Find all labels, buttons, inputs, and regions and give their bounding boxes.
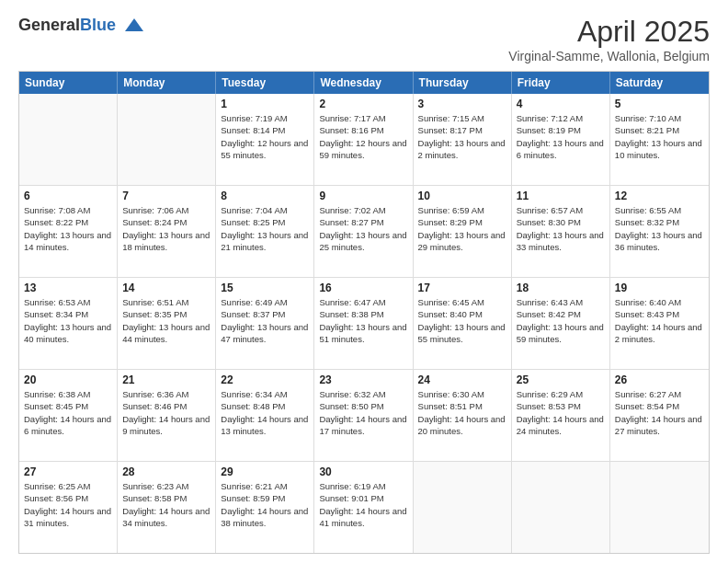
day-info: Sunrise: 6:59 AM Sunset: 8:29 PM Dayligh… [418, 204, 506, 253]
calendar-cell: 8Sunrise: 7:04 AM Sunset: 8:25 PM Daylig… [216, 186, 314, 277]
calendar-row: 13Sunrise: 6:53 AM Sunset: 8:34 PM Dayli… [19, 277, 709, 369]
calendar-cell: 19Sunrise: 6:40 AM Sunset: 8:43 PM Dayli… [610, 278, 709, 369]
day-number: 1 [221, 98, 309, 110]
day-number: 9 [319, 190, 407, 202]
day-info: Sunrise: 6:21 AM Sunset: 8:59 PM Dayligh… [221, 480, 309, 529]
calendar-header: SundayMondayTuesdayWednesdayThursdayFrid… [19, 72, 709, 94]
day-number: 3 [418, 98, 506, 110]
calendar-body: 1Sunrise: 7:19 AM Sunset: 8:14 PM Daylig… [19, 94, 709, 553]
calendar-cell: 18Sunrise: 6:43 AM Sunset: 8:42 PM Dayli… [512, 278, 610, 369]
calendar-cell: 25Sunrise: 6:29 AM Sunset: 8:53 PM Dayli… [512, 370, 610, 461]
calendar-cell: 5Sunrise: 7:10 AM Sunset: 8:21 PM Daylig… [610, 94, 709, 185]
day-number: 21 [122, 373, 210, 386]
logo-blue-text: Blue [80, 16, 116, 34]
day-number: 17 [418, 282, 506, 294]
calendar-row: 6Sunrise: 7:08 AM Sunset: 8:22 PM Daylig… [19, 185, 709, 277]
calendar-cell: 12Sunrise: 6:55 AM Sunset: 8:32 PM Dayli… [610, 186, 709, 277]
day-info: Sunrise: 6:38 AM Sunset: 8:45 PM Dayligh… [24, 388, 112, 437]
day-number: 28 [122, 465, 210, 478]
day-number: 22 [221, 373, 309, 386]
calendar-cell [512, 462, 610, 553]
day-number: 19 [615, 282, 704, 294]
calendar-cell: 29Sunrise: 6:21 AM Sunset: 8:59 PM Dayli… [216, 462, 314, 553]
day-info: Sunrise: 6:49 AM Sunset: 8:37 PM Dayligh… [221, 296, 309, 345]
day-number: 14 [122, 282, 210, 294]
calendar-cell: 6Sunrise: 7:08 AM Sunset: 8:22 PM Daylig… [19, 186, 118, 277]
day-info: Sunrise: 7:04 AM Sunset: 8:25 PM Dayligh… [221, 204, 309, 253]
logo-icon [123, 15, 145, 37]
day-info: Sunrise: 6:40 AM Sunset: 8:43 PM Dayligh… [615, 296, 704, 345]
day-number: 7 [122, 190, 210, 202]
calendar-cell: 26Sunrise: 6:27 AM Sunset: 8:54 PM Dayli… [610, 370, 709, 461]
day-number: 27 [24, 465, 112, 478]
calendar-cell: 17Sunrise: 6:45 AM Sunset: 8:40 PM Dayli… [414, 278, 512, 369]
calendar-cell: 27Sunrise: 6:25 AM Sunset: 8:56 PM Dayli… [19, 462, 118, 553]
day-info: Sunrise: 6:19 AM Sunset: 9:01 PM Dayligh… [319, 480, 407, 529]
day-number: 29 [221, 465, 309, 478]
day-number: 30 [319, 465, 407, 478]
day-number: 16 [319, 282, 407, 294]
calendar-cell [610, 462, 709, 553]
day-info: Sunrise: 6:27 AM Sunset: 8:54 PM Dayligh… [615, 388, 704, 437]
calendar-cell: 14Sunrise: 6:51 AM Sunset: 8:35 PM Dayli… [118, 278, 216, 369]
day-info: Sunrise: 6:57 AM Sunset: 8:30 PM Dayligh… [517, 204, 605, 253]
day-info: Sunrise: 6:32 AM Sunset: 8:50 PM Dayligh… [319, 388, 407, 437]
calendar-cell: 11Sunrise: 6:57 AM Sunset: 8:30 PM Dayli… [512, 186, 610, 277]
calendar-cell: 16Sunrise: 6:47 AM Sunset: 8:38 PM Dayli… [314, 278, 413, 369]
calendar-cell: 1Sunrise: 7:19 AM Sunset: 8:14 PM Daylig… [216, 94, 314, 185]
day-number: 15 [221, 282, 309, 294]
day-number: 13 [24, 282, 112, 294]
day-number: 20 [24, 373, 112, 386]
calendar-cell: 7Sunrise: 7:06 AM Sunset: 8:24 PM Daylig… [118, 186, 216, 277]
header: GeneralBlue April 2025 Virginal-Samme, W… [18, 15, 710, 63]
day-info: Sunrise: 6:55 AM Sunset: 8:32 PM Dayligh… [615, 204, 704, 253]
calendar-cell [19, 94, 118, 185]
calendar-cell: 21Sunrise: 6:36 AM Sunset: 8:46 PM Dayli… [118, 370, 216, 461]
calendar-cell: 9Sunrise: 7:02 AM Sunset: 8:27 PM Daylig… [314, 186, 413, 277]
day-number: 10 [418, 190, 506, 202]
day-number: 2 [319, 98, 407, 110]
calendar-header-cell: Sunday [19, 72, 118, 94]
calendar-header-cell: Saturday [610, 72, 709, 94]
day-info: Sunrise: 6:36 AM Sunset: 8:46 PM Dayligh… [122, 388, 210, 437]
day-number: 8 [221, 190, 309, 202]
day-info: Sunrise: 6:47 AM Sunset: 8:38 PM Dayligh… [319, 296, 407, 345]
day-info: Sunrise: 6:30 AM Sunset: 8:51 PM Dayligh… [418, 388, 506, 437]
svg-marker-0 [125, 18, 143, 31]
calendar-cell: 2Sunrise: 7:17 AM Sunset: 8:16 PM Daylig… [314, 94, 413, 185]
calendar-header-cell: Monday [118, 72, 216, 94]
calendar-cell: 10Sunrise: 6:59 AM Sunset: 8:29 PM Dayli… [414, 186, 512, 277]
day-number: 25 [517, 373, 605, 386]
calendar-row: 27Sunrise: 6:25 AM Sunset: 8:56 PM Dayli… [19, 461, 709, 553]
calendar-cell: 28Sunrise: 6:23 AM Sunset: 8:58 PM Dayli… [118, 462, 216, 553]
calendar-row: 1Sunrise: 7:19 AM Sunset: 8:14 PM Daylig… [19, 94, 709, 185]
calendar-cell: 23Sunrise: 6:32 AM Sunset: 8:50 PM Dayli… [314, 370, 413, 461]
day-info: Sunrise: 6:34 AM Sunset: 8:48 PM Dayligh… [221, 388, 309, 437]
day-info: Sunrise: 6:45 AM Sunset: 8:40 PM Dayligh… [418, 296, 506, 345]
day-info: Sunrise: 6:23 AM Sunset: 8:58 PM Dayligh… [122, 480, 210, 529]
day-info: Sunrise: 7:19 AM Sunset: 8:14 PM Dayligh… [221, 112, 309, 161]
day-number: 12 [615, 190, 704, 202]
calendar-cell: 22Sunrise: 6:34 AM Sunset: 8:48 PM Dayli… [216, 370, 314, 461]
calendar-cell: 20Sunrise: 6:38 AM Sunset: 8:45 PM Dayli… [19, 370, 118, 461]
calendar-cell: 13Sunrise: 6:53 AM Sunset: 8:34 PM Dayli… [19, 278, 118, 369]
day-number: 26 [615, 373, 704, 386]
calendar-header-cell: Thursday [414, 72, 512, 94]
page: GeneralBlue April 2025 Virginal-Samme, W… [0, 0, 728, 563]
day-info: Sunrise: 7:08 AM Sunset: 8:22 PM Dayligh… [24, 204, 112, 253]
calendar-cell: 24Sunrise: 6:30 AM Sunset: 8:51 PM Dayli… [414, 370, 512, 461]
calendar-cell: 4Sunrise: 7:12 AM Sunset: 8:19 PM Daylig… [512, 94, 610, 185]
logo: GeneralBlue [18, 15, 145, 37]
calendar: SundayMondayTuesdayWednesdayThursdayFrid… [18, 71, 710, 554]
day-number: 18 [517, 282, 605, 294]
day-number: 24 [418, 373, 506, 386]
day-info: Sunrise: 7:06 AM Sunset: 8:24 PM Dayligh… [122, 204, 210, 253]
main-title: April 2025 [508, 15, 710, 49]
subtitle: Virginal-Samme, Wallonia, Belgium [508, 49, 710, 63]
calendar-cell: 15Sunrise: 6:49 AM Sunset: 8:37 PM Dayli… [216, 278, 314, 369]
day-info: Sunrise: 6:29 AM Sunset: 8:53 PM Dayligh… [517, 388, 605, 437]
title-block: April 2025 Virginal-Samme, Wallonia, Bel… [508, 15, 710, 63]
day-number: 5 [615, 98, 704, 110]
calendar-cell: 3Sunrise: 7:15 AM Sunset: 8:17 PM Daylig… [414, 94, 512, 185]
day-number: 23 [319, 373, 407, 386]
